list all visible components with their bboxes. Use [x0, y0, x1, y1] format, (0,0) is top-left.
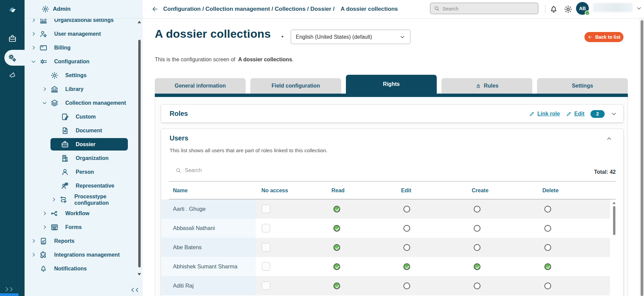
users-table-scrollbar[interactable]: [612, 202, 616, 296]
table-row: Abhishek Sumant Sharma: [162, 257, 610, 276]
user-name-link[interactable]: Abhishek Sumant Sharma: [162, 257, 256, 276]
link-role-button[interactable]: Link role: [529, 111, 560, 117]
delete-radio[interactable]: [544, 225, 551, 232]
no-access-checkbox[interactable]: [262, 282, 270, 290]
tab-general-information[interactable]: General information: [155, 78, 246, 94]
collapse-sidebar-button[interactable]: [132, 287, 140, 293]
create-radio[interactable]: [474, 283, 480, 289]
roles-card-title: Roles: [170, 110, 188, 118]
user-avatar[interactable]: AB: [576, 2, 589, 15]
read-radio[interactable]: [333, 206, 340, 212]
read-radio[interactable]: [333, 263, 340, 270]
page-scrollbar[interactable]: [640, 19, 644, 296]
users-table-scrollbar-thumb[interactable]: [613, 206, 615, 235]
sidebar-item-organization[interactable]: Organization: [25, 151, 143, 165]
sidebar-item-processtype-configuration[interactable]: Processtype configuration: [25, 193, 143, 206]
edit-radio[interactable]: [403, 263, 410, 270]
sidebar-item-organizational-settings[interactable]: Organizational settings: [25, 19, 143, 27]
sidebar-item-forms[interactable]: Forms: [25, 220, 143, 234]
table-row: Abbasali Nathani: [162, 219, 610, 238]
roles-expand-chevron-down-icon[interactable]: [611, 111, 617, 117]
user-name-link[interactable]: Aarti . Ghuge: [162, 199, 256, 219]
edit-radio[interactable]: [403, 225, 410, 232]
back-to-list-button[interactable]: Back to list: [584, 32, 623, 42]
edit-radio[interactable]: [403, 244, 410, 251]
chevron-right-icon: [30, 237, 37, 245]
chevron-down-icon: [30, 58, 37, 65]
tab-field-configuration[interactable]: Field configuration: [250, 78, 341, 94]
sidebar-item-reports[interactable]: Reports: [25, 234, 143, 248]
delete-radio[interactable]: [544, 244, 551, 251]
settings-gear-icon[interactable]: [564, 5, 573, 14]
edit-radio[interactable]: [403, 283, 410, 289]
no-access-checkbox[interactable]: [262, 224, 270, 232]
create-radio[interactable]: [474, 244, 480, 251]
delete-radio[interactable]: [544, 206, 551, 212]
back-arrow-icon[interactable]: [151, 5, 159, 13]
notifications-bell-icon[interactable]: [549, 5, 558, 14]
route-icon: [60, 196, 68, 204]
scroll-down-icon[interactable]: [138, 273, 141, 275]
delete-radio[interactable]: [544, 283, 551, 289]
read-radio[interactable]: [333, 244, 340, 251]
linked-roles-count-badge[interactable]: 2: [591, 110, 605, 118]
user-name-link[interactable]: Abe Batens: [162, 238, 256, 257]
delete-radio[interactable]: [544, 263, 551, 270]
column-header-read: Read: [331, 188, 345, 194]
sidebar-item-representative[interactable]: Representative: [25, 179, 143, 193]
sidebar-item-billing[interactable]: Billing: [25, 41, 143, 55]
language-selector[interactable]: English (United States) (default): [291, 30, 410, 44]
sidebar-scrollbar[interactable]: [138, 20, 141, 275]
sidebar-item-custom[interactable]: Custom: [25, 110, 143, 124]
sidebar-item-integrations-management[interactable]: Integrations management: [25, 248, 143, 262]
sidebar-item-library[interactable]: Library: [25, 82, 143, 96]
sidebar-scrollbar-thumb[interactable]: [138, 40, 141, 267]
account-chevron-down-icon[interactable]: [636, 5, 642, 11]
sidebar-item-configuration[interactable]: Configuration: [25, 55, 143, 68]
users-collapse-chevron-up-icon[interactable]: [606, 135, 612, 142]
global-search[interactable]: [430, 3, 538, 14]
no-access-checkbox[interactable]: [262, 205, 270, 213]
icon-rail: [0, 0, 25, 296]
tab-rules[interactable]: Rules: [441, 78, 532, 94]
no-access-checkbox[interactable]: [262, 262, 270, 271]
sidebar-item-person[interactable]: Person: [25, 165, 143, 179]
app-logo-icon[interactable]: [0, 3, 25, 15]
collections-module-icon[interactable]: [0, 69, 25, 81]
chevron-right-icon: [50, 196, 58, 203]
page-scrollbar-thumb[interactable]: [641, 20, 643, 296]
edit-roles-button[interactable]: Edit: [566, 111, 584, 117]
sidebar-item-document[interactable]: Document: [25, 124, 143, 137]
create-radio[interactable]: [474, 225, 480, 232]
global-search-input[interactable]: [442, 6, 530, 11]
sidebar-item-workflow[interactable]: Workflow: [25, 206, 143, 220]
person-chat-icon: [61, 182, 69, 190]
cases-module-icon[interactable]: [0, 33, 25, 45]
user-name-link[interactable]: Aditi Raj: [162, 276, 256, 295]
sidebar-item-settings[interactable]: Settings: [25, 68, 143, 82]
users-card-title: Users: [170, 134, 188, 142]
user-name-link[interactable]: Abbasali Nathani: [162, 219, 256, 238]
users-search[interactable]: [175, 167, 279, 173]
no-access-checkbox[interactable]: [262, 243, 270, 252]
breadcrumb-path[interactable]: Configuration / Collection management / …: [163, 6, 334, 12]
read-radio[interactable]: [333, 283, 340, 289]
card-icon: [39, 44, 47, 52]
search-underline: [169, 181, 616, 182]
scroll-up-icon[interactable]: [138, 21, 141, 23]
sidebar-item-collection-management[interactable]: Collection management: [25, 96, 143, 110]
admin-module-icon[interactable]: [0, 52, 25, 64]
scroll-up-icon[interactable]: [612, 202, 616, 204]
tab-settings[interactable]: Settings: [537, 78, 628, 94]
read-radio[interactable]: [333, 225, 340, 232]
create-radio[interactable]: [474, 263, 480, 270]
expand-rail-button[interactable]: [6, 286, 15, 293]
sidebar-item-notifications[interactable]: Notifications: [25, 262, 143, 275]
users-search-input[interactable]: [185, 167, 279, 173]
sidebar-item-dossier[interactable]: Dossier: [50, 138, 128, 151]
create-radio[interactable]: [474, 206, 480, 212]
user-name-redacted[interactable]: [593, 3, 633, 12]
sidebar-item-user-management[interactable]: User management: [25, 27, 143, 41]
tab-rights[interactable]: Rights: [346, 75, 437, 94]
edit-radio[interactable]: [403, 206, 410, 212]
